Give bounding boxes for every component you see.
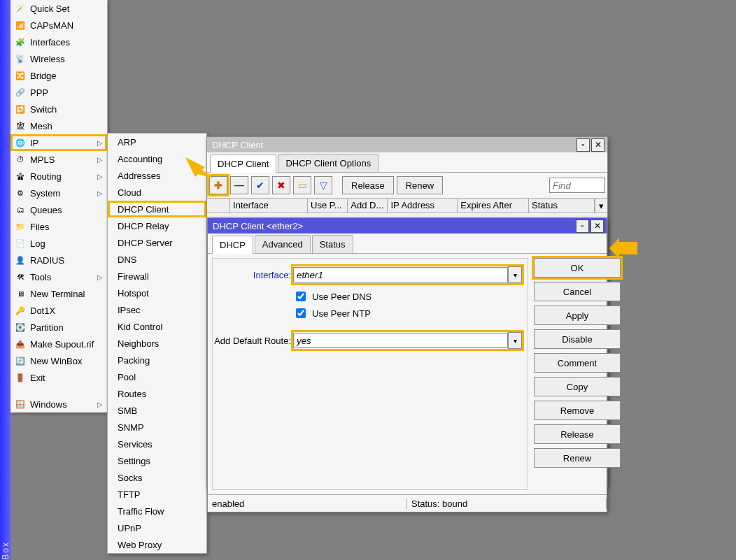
find-input[interactable] bbox=[549, 178, 605, 193]
submenu-item-settings[interactable]: Settings bbox=[108, 452, 206, 469]
submenu-item-smb[interactable]: SMB bbox=[108, 402, 206, 419]
menu-item-log[interactable]: 📄Log bbox=[10, 235, 107, 252]
window-title: DHCP Client <ether2> bbox=[211, 221, 574, 231]
submenu-item-dhcp-server[interactable]: DHCP Server bbox=[108, 234, 206, 251]
minimize-icon[interactable]: ▫ bbox=[576, 220, 589, 233]
submenu-item-traffic-flow[interactable]: Traffic Flow bbox=[108, 503, 206, 519]
remove-button[interactable]: Remove bbox=[534, 401, 621, 420]
add-button[interactable]: ✚ bbox=[209, 176, 227, 194]
menu-item-new-terminal[interactable]: 🖥New Terminal bbox=[10, 285, 107, 302]
dhcp-client-edit-titlebar[interactable]: DHCP Client <ether2> ▫ ✕ bbox=[208, 218, 607, 234]
menu-item-partition[interactable]: 💽Partition bbox=[10, 319, 107, 336]
filter-button[interactable]: ▽ bbox=[314, 176, 332, 194]
disable-button[interactable]: Disable bbox=[534, 329, 621, 349]
submenu-item-dhcp-relay[interactable]: DHCP Relay bbox=[108, 217, 206, 234]
submenu-item-tftp[interactable]: TFTP bbox=[108, 486, 206, 503]
chevron-down-icon[interactable]: ▾ bbox=[508, 266, 522, 283]
tab-dhcp-client[interactable]: DHCP Client bbox=[210, 155, 276, 173]
comment-button[interactable]: Comment bbox=[534, 353, 621, 373]
submenu-item-arp[interactable]: ARP bbox=[108, 134, 206, 150]
submenu-item-pool[interactable]: Pool bbox=[108, 368, 206, 385]
menu-label: Wireless bbox=[30, 54, 65, 64]
submenu-item-web-proxy[interactable]: Web Proxy bbox=[108, 536, 206, 553]
close-icon[interactable]: ✕ bbox=[590, 220, 604, 233]
menu-item-bridge[interactable]: 🔀Bridge bbox=[10, 67, 107, 84]
menu-icon: 💽 bbox=[15, 322, 26, 333]
renew-button[interactable]: Renew bbox=[397, 176, 443, 194]
menu-item-windows[interactable]: 🪟Windows▷ bbox=[10, 396, 107, 412]
submenu-item-dhcp-client[interactable]: DHCP Client bbox=[108, 201, 206, 217]
release-button[interactable]: Release bbox=[342, 176, 394, 194]
menu-item-files[interactable]: 📁Files bbox=[10, 218, 107, 235]
menu-label: Quick Set bbox=[30, 3, 69, 14]
column-header[interactable]: Add D... bbox=[348, 199, 388, 213]
submenu-item-upnp[interactable]: UPnP bbox=[108, 519, 206, 536]
menu-item-dot1x[interactable]: 🔑Dot1X bbox=[10, 302, 107, 319]
cancel-button[interactable]: Cancel bbox=[534, 282, 621, 301]
tab-dhcp[interactable]: DHCP bbox=[212, 236, 253, 254]
menu-item-tools[interactable]: 🛠Tools▷ bbox=[10, 268, 107, 285]
apply-button[interactable]: Apply bbox=[534, 306, 621, 325]
columns-dropdown-icon[interactable]: ▾ bbox=[595, 199, 607, 213]
menu-item-exit[interactable]: 🚪Exit bbox=[10, 369, 107, 386]
submenu-item-packing[interactable]: Packing bbox=[108, 352, 206, 368]
chevron-down-icon[interactable]: ▾ bbox=[508, 332, 522, 349]
menu-item-new-winbox[interactable]: 🔄New WinBox bbox=[10, 352, 107, 369]
menu-item-system[interactable]: ⚙System▷ bbox=[10, 185, 107, 201]
menu-item-mesh[interactable]: 🕸Mesh bbox=[10, 117, 107, 134]
menu-icon: 🗂 bbox=[15, 204, 26, 215]
submenu-item-services[interactable]: Services bbox=[108, 436, 206, 452]
submenu-item-snmp[interactable]: SNMP bbox=[108, 419, 206, 436]
menu-item-switch[interactable]: 🔁Switch bbox=[10, 101, 107, 117]
menu-icon: 👤 bbox=[15, 254, 26, 266]
add-default-route-combo[interactable]: ▾ bbox=[293, 332, 522, 349]
copy-button[interactable]: Copy bbox=[534, 377, 621, 396]
add-default-route-input[interactable] bbox=[293, 333, 508, 348]
use-peer-ntp-checkbox[interactable]: Use Peer NTP bbox=[293, 305, 522, 322]
menu-icon: 🧩 bbox=[15, 36, 26, 48]
remove-button[interactable]: — bbox=[230, 176, 248, 194]
column-header[interactable]: IP Address bbox=[388, 199, 458, 213]
column-header[interactable]: Interface bbox=[230, 199, 308, 213]
tab-status[interactable]: Status bbox=[312, 235, 353, 253]
tab-advanced[interactable]: Advanced bbox=[255, 235, 311, 253]
menu-item-ip[interactable]: 🌐IP▷ bbox=[10, 134, 107, 151]
interface-input[interactable] bbox=[293, 267, 508, 282]
submenu-item-neighbors[interactable]: Neighbors bbox=[108, 335, 206, 352]
menu-item-ppp[interactable]: 🔗PPP bbox=[10, 84, 107, 101]
minimize-icon[interactable]: ▫ bbox=[576, 138, 590, 152]
tab-dhcp-client-options[interactable]: DHCP Client Options bbox=[278, 154, 378, 172]
submenu-item-dns[interactable]: DNS bbox=[108, 251, 206, 268]
menu-item-make-supout-rif[interactable]: 📤Make Supout.rif bbox=[10, 336, 107, 352]
column-header[interactable]: Status bbox=[529, 199, 595, 213]
close-icon[interactable]: ✕ bbox=[591, 138, 604, 152]
dhcp-client-titlebar[interactable]: DHCP Client ▫ ✕ bbox=[207, 137, 607, 152]
submenu-item-routes[interactable]: Routes bbox=[108, 385, 206, 402]
menu-item-queues[interactable]: 🗂Queues bbox=[10, 201, 107, 218]
menu-item-interfaces[interactable]: 🧩Interfaces bbox=[10, 34, 107, 50]
submenu-item-hotspot[interactable]: Hotspot bbox=[108, 285, 206, 301]
submenu-item-socks[interactable]: Socks bbox=[108, 469, 206, 486]
disable-button[interactable]: ✖ bbox=[272, 176, 290, 194]
menu-item-mpls[interactable]: ⏱MPLS▷ bbox=[10, 151, 107, 168]
interface-combo[interactable]: ▾ bbox=[293, 266, 522, 283]
menu-icon: 🔁 bbox=[15, 103, 26, 115]
enable-button[interactable]: ✔ bbox=[251, 176, 269, 194]
menu-item-quick-set[interactable]: 🪄Quick Set bbox=[10, 0, 107, 17]
submenu-item-firewall[interactable]: Firewall bbox=[108, 268, 206, 285]
submenu-item-cloud[interactable]: Cloud bbox=[108, 184, 206, 201]
menu-item-radius[interactable]: 👤RADIUS bbox=[10, 252, 107, 268]
menu-item-routing[interactable]: 🛣Routing▷ bbox=[10, 168, 107, 185]
menu-item-wireless[interactable]: 📡Wireless bbox=[10, 50, 107, 67]
menu-item-capsman[interactable]: 📶CAPsMAN bbox=[10, 17, 107, 34]
comment-button[interactable]: ▭ bbox=[293, 176, 311, 194]
column-header[interactable]: Use P... bbox=[308, 199, 348, 213]
submenu-item-kid-control[interactable]: Kid Control bbox=[108, 318, 206, 335]
column-header[interactable] bbox=[207, 199, 230, 213]
renew-button[interactable]: Renew bbox=[534, 448, 621, 468]
submenu-item-ipsec[interactable]: IPsec bbox=[108, 301, 206, 318]
use-peer-dns-checkbox[interactable]: Use Peer DNS bbox=[293, 288, 522, 305]
ok-button[interactable]: OK bbox=[534, 258, 621, 278]
column-header[interactable]: Expires After bbox=[458, 199, 529, 213]
release-button[interactable]: Release bbox=[534, 424, 621, 444]
